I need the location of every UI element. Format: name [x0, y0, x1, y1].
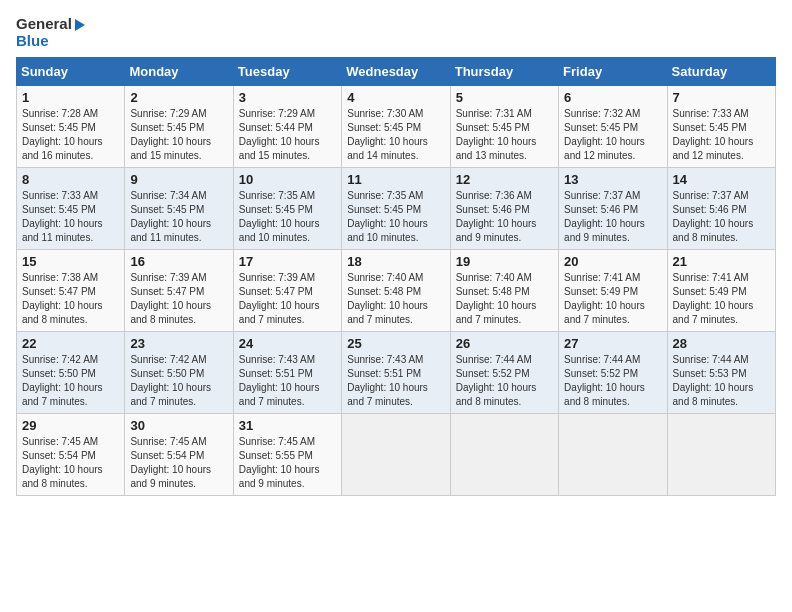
calendar-cell: 22Sunrise: 7:42 AMSunset: 5:50 PMDayligh…: [17, 332, 125, 414]
day-number: 30: [130, 418, 227, 433]
day-number: 22: [22, 336, 119, 351]
day-number: 3: [239, 90, 336, 105]
calendar-cell: 6Sunrise: 7:32 AMSunset: 5:45 PMDaylight…: [559, 86, 667, 168]
calendar-cell: 1Sunrise: 7:28 AMSunset: 5:45 PMDaylight…: [17, 86, 125, 168]
weekday-header-wednesday: Wednesday: [342, 58, 450, 86]
calendar-cell: 2Sunrise: 7:29 AMSunset: 5:45 PMDaylight…: [125, 86, 233, 168]
calendar-cell: 29Sunrise: 7:45 AMSunset: 5:54 PMDayligh…: [17, 414, 125, 496]
day-number: 9: [130, 172, 227, 187]
calendar-cell: 3Sunrise: 7:29 AMSunset: 5:44 PMDaylight…: [233, 86, 341, 168]
day-info: Sunrise: 7:30 AMSunset: 5:45 PMDaylight:…: [347, 107, 444, 163]
calendar-cell: 28Sunrise: 7:44 AMSunset: 5:53 PMDayligh…: [667, 332, 775, 414]
day-info: Sunrise: 7:39 AMSunset: 5:47 PMDaylight:…: [239, 271, 336, 327]
day-info: Sunrise: 7:41 AMSunset: 5:49 PMDaylight:…: [564, 271, 661, 327]
day-info: Sunrise: 7:40 AMSunset: 5:48 PMDaylight:…: [347, 271, 444, 327]
day-info: Sunrise: 7:34 AMSunset: 5:45 PMDaylight:…: [130, 189, 227, 245]
calendar-cell: 21Sunrise: 7:41 AMSunset: 5:49 PMDayligh…: [667, 250, 775, 332]
calendar-cell: 19Sunrise: 7:40 AMSunset: 5:48 PMDayligh…: [450, 250, 558, 332]
day-number: 11: [347, 172, 444, 187]
day-number: 14: [673, 172, 770, 187]
day-number: 18: [347, 254, 444, 269]
day-number: 23: [130, 336, 227, 351]
day-number: 17: [239, 254, 336, 269]
calendar-cell: 11Sunrise: 7:35 AMSunset: 5:45 PMDayligh…: [342, 168, 450, 250]
calendar-cell: 18Sunrise: 7:40 AMSunset: 5:48 PMDayligh…: [342, 250, 450, 332]
day-info: Sunrise: 7:45 AMSunset: 5:54 PMDaylight:…: [22, 435, 119, 491]
calendar-cell: 9Sunrise: 7:34 AMSunset: 5:45 PMDaylight…: [125, 168, 233, 250]
day-info: Sunrise: 7:38 AMSunset: 5:47 PMDaylight:…: [22, 271, 119, 327]
weekday-header-monday: Monday: [125, 58, 233, 86]
day-number: 16: [130, 254, 227, 269]
day-info: Sunrise: 7:42 AMSunset: 5:50 PMDaylight:…: [130, 353, 227, 409]
day-number: 26: [456, 336, 553, 351]
day-number: 20: [564, 254, 661, 269]
day-info: Sunrise: 7:39 AMSunset: 5:47 PMDaylight:…: [130, 271, 227, 327]
day-number: 13: [564, 172, 661, 187]
day-info: Sunrise: 7:29 AMSunset: 5:45 PMDaylight:…: [130, 107, 227, 163]
weekday-header-saturday: Saturday: [667, 58, 775, 86]
calendar-cell: 31Sunrise: 7:45 AMSunset: 5:55 PMDayligh…: [233, 414, 341, 496]
day-info: Sunrise: 7:37 AMSunset: 5:46 PMDaylight:…: [564, 189, 661, 245]
day-info: Sunrise: 7:28 AMSunset: 5:45 PMDaylight:…: [22, 107, 119, 163]
day-number: 1: [22, 90, 119, 105]
calendar-cell: 30Sunrise: 7:45 AMSunset: 5:54 PMDayligh…: [125, 414, 233, 496]
calendar-cell: 12Sunrise: 7:36 AMSunset: 5:46 PMDayligh…: [450, 168, 558, 250]
day-info: Sunrise: 7:44 AMSunset: 5:52 PMDaylight:…: [456, 353, 553, 409]
day-info: Sunrise: 7:45 AMSunset: 5:55 PMDaylight:…: [239, 435, 336, 491]
calendar-cell: [559, 414, 667, 496]
page-header: General Blue: [16, 16, 776, 49]
calendar-cell: [342, 414, 450, 496]
day-info: Sunrise: 7:29 AMSunset: 5:44 PMDaylight:…: [239, 107, 336, 163]
calendar-cell: 10Sunrise: 7:35 AMSunset: 5:45 PMDayligh…: [233, 168, 341, 250]
day-info: Sunrise: 7:45 AMSunset: 5:54 PMDaylight:…: [130, 435, 227, 491]
day-info: Sunrise: 7:43 AMSunset: 5:51 PMDaylight:…: [239, 353, 336, 409]
calendar-week-row: 29Sunrise: 7:45 AMSunset: 5:54 PMDayligh…: [17, 414, 776, 496]
calendar-cell: 4Sunrise: 7:30 AMSunset: 5:45 PMDaylight…: [342, 86, 450, 168]
calendar-cell: 25Sunrise: 7:43 AMSunset: 5:51 PMDayligh…: [342, 332, 450, 414]
day-number: 31: [239, 418, 336, 433]
calendar-cell: [667, 414, 775, 496]
day-number: 29: [22, 418, 119, 433]
day-info: Sunrise: 7:35 AMSunset: 5:45 PMDaylight:…: [239, 189, 336, 245]
calendar-cell: 13Sunrise: 7:37 AMSunset: 5:46 PMDayligh…: [559, 168, 667, 250]
calendar-cell: 14Sunrise: 7:37 AMSunset: 5:46 PMDayligh…: [667, 168, 775, 250]
calendar-cell: 17Sunrise: 7:39 AMSunset: 5:47 PMDayligh…: [233, 250, 341, 332]
day-info: Sunrise: 7:43 AMSunset: 5:51 PMDaylight:…: [347, 353, 444, 409]
day-info: Sunrise: 7:32 AMSunset: 5:45 PMDaylight:…: [564, 107, 661, 163]
calendar-week-row: 15Sunrise: 7:38 AMSunset: 5:47 PMDayligh…: [17, 250, 776, 332]
day-number: 21: [673, 254, 770, 269]
weekday-header-tuesday: Tuesday: [233, 58, 341, 86]
calendar-cell: 23Sunrise: 7:42 AMSunset: 5:50 PMDayligh…: [125, 332, 233, 414]
calendar-cell: 26Sunrise: 7:44 AMSunset: 5:52 PMDayligh…: [450, 332, 558, 414]
day-number: 27: [564, 336, 661, 351]
weekday-header-thursday: Thursday: [450, 58, 558, 86]
day-info: Sunrise: 7:37 AMSunset: 5:46 PMDaylight:…: [673, 189, 770, 245]
calendar-cell: 15Sunrise: 7:38 AMSunset: 5:47 PMDayligh…: [17, 250, 125, 332]
weekday-header-sunday: Sunday: [17, 58, 125, 86]
day-info: Sunrise: 7:33 AMSunset: 5:45 PMDaylight:…: [673, 107, 770, 163]
calendar-week-row: 22Sunrise: 7:42 AMSunset: 5:50 PMDayligh…: [17, 332, 776, 414]
day-number: 8: [22, 172, 119, 187]
weekday-header-row: SundayMondayTuesdayWednesdayThursdayFrid…: [17, 58, 776, 86]
day-info: Sunrise: 7:44 AMSunset: 5:52 PMDaylight:…: [564, 353, 661, 409]
day-number: 28: [673, 336, 770, 351]
day-number: 6: [564, 90, 661, 105]
day-number: 4: [347, 90, 444, 105]
day-info: Sunrise: 7:40 AMSunset: 5:48 PMDaylight:…: [456, 271, 553, 327]
calendar-cell: 7Sunrise: 7:33 AMSunset: 5:45 PMDaylight…: [667, 86, 775, 168]
day-info: Sunrise: 7:44 AMSunset: 5:53 PMDaylight:…: [673, 353, 770, 409]
day-number: 2: [130, 90, 227, 105]
calendar-week-row: 1Sunrise: 7:28 AMSunset: 5:45 PMDaylight…: [17, 86, 776, 168]
calendar-cell: 8Sunrise: 7:33 AMSunset: 5:45 PMDaylight…: [17, 168, 125, 250]
day-number: 5: [456, 90, 553, 105]
day-number: 15: [22, 254, 119, 269]
calendar-cell: 16Sunrise: 7:39 AMSunset: 5:47 PMDayligh…: [125, 250, 233, 332]
calendar-week-row: 8Sunrise: 7:33 AMSunset: 5:45 PMDaylight…: [17, 168, 776, 250]
day-info: Sunrise: 7:33 AMSunset: 5:45 PMDaylight:…: [22, 189, 119, 245]
day-info: Sunrise: 7:31 AMSunset: 5:45 PMDaylight:…: [456, 107, 553, 163]
day-number: 24: [239, 336, 336, 351]
calendar-cell: 24Sunrise: 7:43 AMSunset: 5:51 PMDayligh…: [233, 332, 341, 414]
day-info: Sunrise: 7:35 AMSunset: 5:45 PMDaylight:…: [347, 189, 444, 245]
day-number: 19: [456, 254, 553, 269]
day-info: Sunrise: 7:36 AMSunset: 5:46 PMDaylight:…: [456, 189, 553, 245]
